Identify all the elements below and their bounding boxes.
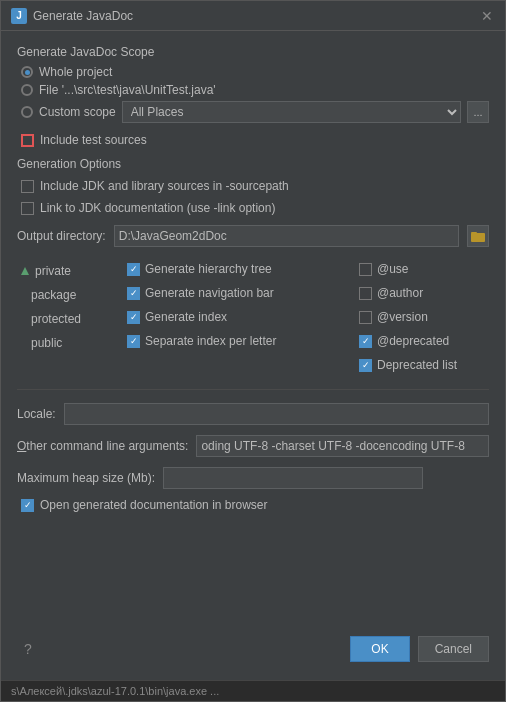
- ok-button[interactable]: OK: [350, 636, 409, 662]
- at-use-row[interactable]: @use: [359, 259, 489, 279]
- at-version-checkbox[interactable]: [359, 311, 372, 324]
- title-bar: J Generate JavaDoc ✕: [1, 1, 505, 31]
- gen-index-checkbox[interactable]: [127, 311, 140, 324]
- include-jdk-label: Include JDK and library sources in -sour…: [40, 179, 289, 193]
- at-version-label: @version: [377, 310, 428, 324]
- cmdline-input[interactable]: [196, 435, 489, 457]
- link-jdk-label: Link to JDK documentation (use -link opt…: [40, 201, 275, 215]
- gen-index-row[interactable]: Generate index: [127, 307, 359, 327]
- locale-label: Locale:: [17, 407, 56, 421]
- scope-section-title: Generate JavaDoc Scope: [17, 45, 489, 59]
- include-jdk-checkbox[interactable]: [21, 180, 34, 193]
- gen-hierarchy-label: Generate hierarchy tree: [145, 262, 272, 276]
- svg-rect-1: [471, 232, 477, 234]
- deprecated-list-row[interactable]: Deprecated list: [359, 355, 489, 375]
- svg-rect-0: [471, 233, 485, 242]
- status-bar: s\Алексей\.jdks\azul-17.0.1\bin\java.exe…: [1, 680, 505, 701]
- open-browser-label: Open generated documentation in browser: [40, 498, 267, 512]
- scope-custom-label: Custom scope: [39, 105, 116, 119]
- close-button[interactable]: ✕: [479, 8, 495, 24]
- heap-label: Maximum heap size (Mb):: [17, 471, 155, 485]
- gen-sep-index-checkbox[interactable]: [127, 335, 140, 348]
- visibility-bullet: [21, 267, 29, 275]
- output-directory-label: Output directory:: [17, 229, 106, 243]
- heap-input[interactable]: [163, 467, 423, 489]
- include-test-sources-checkbox[interactable]: [21, 134, 34, 147]
- scope-whole-project-label: Whole project: [39, 65, 112, 79]
- at-deprecated-row[interactable]: @deprecated: [359, 331, 489, 351]
- at-use-label: @use: [377, 262, 409, 276]
- include-jdk-row[interactable]: Include JDK and library sources in -sour…: [17, 179, 489, 193]
- locale-input[interactable]: [64, 403, 489, 425]
- help-button[interactable]: ?: [17, 638, 39, 660]
- radio-whole-project[interactable]: [21, 66, 33, 78]
- open-browser-row[interactable]: Open generated documentation in browser: [17, 498, 489, 512]
- gen-nav-bar-row[interactable]: Generate navigation bar: [127, 283, 359, 303]
- visibility-public-label: public: [31, 336, 62, 350]
- generation-options-title: Generation Options: [17, 157, 489, 171]
- scope-custom-row: Custom scope All Places ...: [21, 101, 489, 123]
- scope-file[interactable]: File '...\src\test\java\UnitTest.java': [21, 83, 489, 97]
- open-browser-checkbox[interactable]: [21, 499, 34, 512]
- at-author-checkbox[interactable]: [359, 287, 372, 300]
- include-test-sources-label: Include test sources: [40, 133, 147, 147]
- gen-sep-index-label: Separate index per letter: [145, 334, 276, 348]
- app-icon: J: [11, 8, 27, 24]
- status-text: s\Алексей\.jdks\azul-17.0.1\bin\java.exe…: [11, 685, 219, 697]
- scope-radio-group: Whole project File '...\src\test\java\Un…: [17, 65, 489, 123]
- deprecated-list-checkbox[interactable]: [359, 359, 372, 372]
- checkboxes-col1: Generate hierarchy tree Generate navigat…: [127, 259, 359, 375]
- gen-sep-index-row[interactable]: Separate index per letter: [127, 331, 359, 351]
- visibility-protected-label: protected: [31, 312, 81, 326]
- locale-row: Locale:: [17, 403, 489, 425]
- deprecated-list-label: Deprecated list: [377, 358, 457, 372]
- include-test-sources-row[interactable]: Include test sources: [17, 133, 489, 147]
- dialog-title: Generate JavaDoc: [33, 9, 133, 23]
- cancel-button[interactable]: Cancel: [418, 636, 489, 662]
- options-area: private package protected public Generat…: [17, 259, 489, 375]
- checkboxes-col2: @use @author @version @deprecated Deprec…: [359, 259, 489, 375]
- visibility-public[interactable]: public: [17, 333, 127, 353]
- link-jdk-row[interactable]: Link to JDK documentation (use -link opt…: [17, 201, 489, 215]
- at-author-label: @author: [377, 286, 423, 300]
- visibility-column: private package protected public: [17, 259, 127, 375]
- at-author-row[interactable]: @author: [359, 283, 489, 303]
- radio-file[interactable]: [21, 84, 33, 96]
- at-deprecated-checkbox[interactable]: [359, 335, 372, 348]
- radio-custom-scope[interactable]: [21, 106, 33, 118]
- output-directory-input[interactable]: [114, 225, 459, 247]
- heap-row: Maximum heap size (Mb):: [17, 467, 489, 489]
- visibility-private-label: private: [35, 264, 71, 278]
- scope-whole-project[interactable]: Whole project: [21, 65, 489, 79]
- gen-hierarchy-row[interactable]: Generate hierarchy tree: [127, 259, 359, 279]
- scope-file-label: File '...\src\test\java\UnitTest.java': [39, 83, 216, 97]
- cmdline-label: Other command line arguments:: [17, 439, 188, 453]
- at-use-checkbox[interactable]: [359, 263, 372, 276]
- output-directory-row: Output directory:: [17, 225, 489, 247]
- folder-icon: [471, 230, 485, 242]
- gen-nav-bar-label: Generate navigation bar: [145, 286, 274, 300]
- at-version-row[interactable]: @version: [359, 307, 489, 327]
- at-deprecated-label: @deprecated: [377, 334, 449, 348]
- cmdline-row: Other command line arguments:: [17, 435, 489, 457]
- bottom-row: ? OK Cancel: [17, 626, 489, 668]
- output-directory-browse-button[interactable]: [467, 225, 489, 247]
- gen-nav-bar-checkbox[interactable]: [127, 287, 140, 300]
- visibility-package[interactable]: package: [17, 285, 127, 305]
- divider-1: [17, 389, 489, 390]
- visibility-private[interactable]: private: [17, 261, 127, 281]
- visibility-package-label: package: [31, 288, 76, 302]
- custom-scope-more-button[interactable]: ...: [467, 101, 489, 123]
- link-jdk-checkbox[interactable]: [21, 202, 34, 215]
- visibility-protected[interactable]: protected: [17, 309, 127, 329]
- gen-index-label: Generate index: [145, 310, 227, 324]
- custom-scope-select[interactable]: All Places: [122, 101, 461, 123]
- action-buttons: OK Cancel: [350, 636, 489, 662]
- gen-hierarchy-checkbox[interactable]: [127, 263, 140, 276]
